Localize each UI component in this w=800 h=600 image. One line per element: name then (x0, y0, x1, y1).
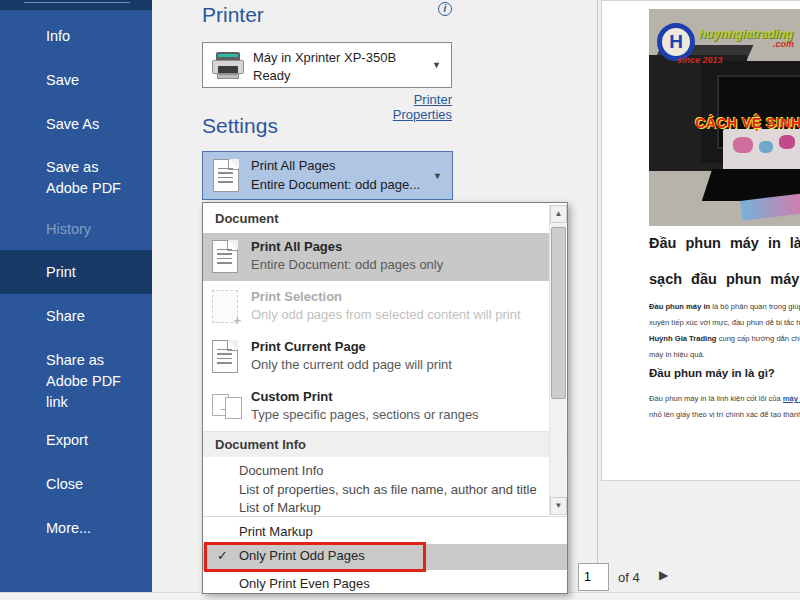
sidebar-item-share-adobe-pdf-link[interactable]: Share as Adobe PDF link (46, 350, 121, 413)
printer-heading: Printer (202, 3, 264, 27)
menu-item-list-of-markup[interactable]: List of Markup (239, 500, 321, 515)
sidebar-item-save-as[interactable]: Save As (46, 114, 99, 135)
doc-link[interactable]: máy in phun (783, 394, 800, 403)
menu-item-print-all-pages[interactable]: Print All Pages Entire Document: odd pag… (203, 233, 550, 281)
menu-item-subtitle: Only the current odd page will print (251, 357, 452, 372)
doc-paragraph-line: nhỏ lên giấy theo vị trí chính xác để tạ… (649, 407, 800, 423)
menu-item-only-print-even-pages[interactable]: Only Print Even Pages (203, 572, 567, 596)
sidebar-item-more[interactable]: More... (46, 518, 91, 539)
document-photo: H huynhgiatrading .com since 2013 CÁCH V… (649, 9, 800, 226)
doc-paragraph-line: Đầu phun máy in là linh kiện cốt lõi của… (649, 391, 800, 407)
info-icon[interactable]: i (438, 2, 452, 16)
print-range-selected-title: Print All Pages (251, 158, 336, 173)
photo-caption: CÁCH VỆ SINH ĐẦU (649, 115, 800, 131)
menu-item-print-current-page[interactable]: Print Current Page Only the current odd … (203, 333, 550, 381)
sidebar-item-share[interactable]: Share (46, 306, 85, 327)
sidebar-item-save[interactable]: Save (46, 70, 79, 91)
print-range-select[interactable]: Print All Pages Entire Document: odd pag… (202, 151, 453, 200)
menu-item-title: Print Current Page (251, 339, 366, 354)
printer-status: Ready (253, 68, 291, 83)
print-range-selected-subtitle: Entire Document: odd page... (251, 177, 420, 192)
sidebar-selected-band (0, 250, 152, 294)
document-icon (213, 159, 239, 192)
sidebar-item-info[interactable]: Info (46, 26, 70, 47)
scroll-up-icon[interactable]: ▲ (550, 205, 567, 223)
page-number-input[interactable] (578, 563, 609, 591)
sidebar-divider (24, 2, 130, 3)
scroll-down-icon[interactable]: ▼ (550, 497, 567, 515)
document-icon (212, 340, 238, 373)
page-count-label: of 4 (618, 570, 640, 585)
next-page-icon[interactable]: ▶ (659, 568, 668, 582)
doc-title-line2: sạch đầu phun máy in (649, 271, 800, 287)
menu-item-subtitle: Entire Document: odd pages only (251, 257, 443, 272)
sidebar-item-history: History (46, 219, 91, 240)
menu-section-document-info: Document Info (203, 431, 567, 457)
menu-item-document-info-desc[interactable]: List of properties, such as file name, a… (239, 482, 537, 497)
logo-tld: .com (773, 39, 794, 49)
menu-item-only-print-odd-pages[interactable]: ✓ Only Print Odd Pages (203, 544, 567, 570)
doc-title-line1: Đầu phun máy in là gì? (649, 235, 800, 251)
sidebar-top-strip (0, 0, 152, 10)
document-icon (212, 240, 238, 273)
menu-item-print-markup[interactable]: Print Markup (203, 520, 567, 544)
sidebar-item-print[interactable]: Print (46, 262, 76, 283)
menu-item-label: Only Print Even Pages (239, 576, 370, 591)
chevron-down-icon: ▼ (432, 60, 441, 70)
sidebar-item-save-as-adobe-pdf[interactable]: Save as Adobe PDF (46, 157, 121, 199)
menu-item-custom-print[interactable]: → Custom Print Type specific pages, sect… (203, 383, 550, 431)
doc-heading2: Đầu phun máy in là gì? (649, 367, 775, 379)
backstage-sidebar: Info Save Save As Save as Adobe PDF Hist… (0, 0, 152, 592)
doc-paragraph-line: Huỳnh Gia Trading cung cấp hướng dẫn chi… (649, 331, 800, 347)
printer-properties-link[interactable]: Printer Properties (352, 92, 452, 122)
huynhgiatrading-logo: H huynhgiatrading .com since 2013 (655, 23, 800, 71)
settings-heading: Settings (202, 114, 278, 138)
printer-select[interactable]: Máy in Xprinter XP-350B Ready ▼ (202, 42, 452, 88)
printer-name: Máy in Xprinter XP-350B (253, 50, 396, 65)
menu-item-label: Print Markup (239, 524, 313, 539)
menu-item-title: Custom Print (251, 389, 333, 404)
logo-since: since 2013 (677, 55, 723, 65)
custom-print-icon: → (212, 390, 244, 423)
chevron-down-icon: ▼ (433, 171, 442, 181)
doc-paragraph-line: máy in hiệu quả. (649, 347, 705, 363)
selection-page-icon (212, 290, 238, 323)
check-icon: ✓ (217, 548, 228, 563)
menu-item-title: Print Selection (251, 289, 342, 304)
doc-paragraph-line: xuyên tiếp xúc với mực, đầu phun dễ bị t… (649, 315, 800, 331)
printer-icon (212, 52, 244, 80)
menu-scrollbar[interactable]: ▲ ▼ (549, 205, 566, 515)
menu-item-subtitle: Type specific pages, sections or ranges (251, 407, 479, 422)
menu-item-title: Print All Pages (251, 239, 342, 254)
menu-item-document-info[interactable]: Document Info (239, 463, 324, 478)
preview-page: H huynhgiatrading .com since 2013 CÁCH V… (601, 0, 800, 481)
menu-item-label: Only Print Odd Pages (239, 548, 365, 563)
menu-separator (203, 516, 567, 517)
menu-item-print-selection: Print Selection Only odd pages from sele… (203, 283, 550, 331)
print-preview-area: H huynhgiatrading .com since 2013 CÁCH V… (597, 0, 800, 592)
sidebar-item-close[interactable]: Close (46, 474, 83, 495)
menu-section-document: Document (203, 211, 567, 226)
scrollbar-thumb[interactable] (551, 227, 566, 399)
sidebar-item-export[interactable]: Export (46, 430, 88, 451)
menu-item-subtitle: Only odd pages from selected content wil… (251, 307, 521, 322)
doc-paragraph-line: Đầu phun máy in là bộ phận quan trọng gi… (649, 299, 800, 315)
print-range-dropdown-menu: Document Print All Pages Entire Document… (202, 202, 568, 594)
